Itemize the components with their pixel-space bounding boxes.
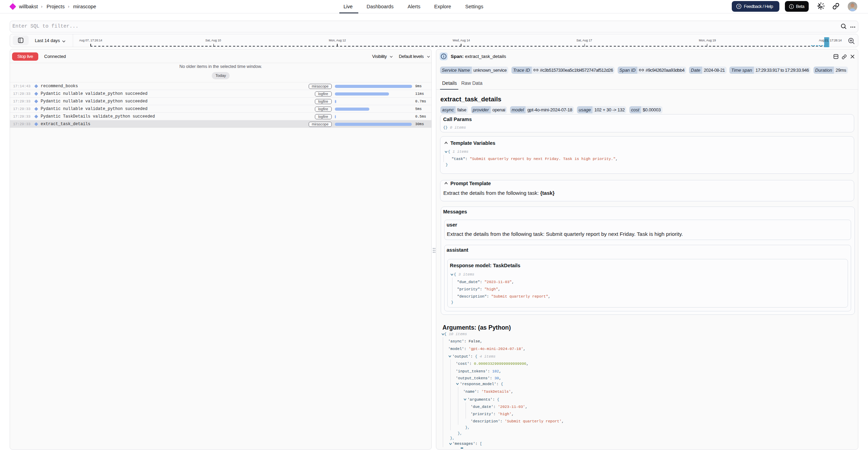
svg-text:?: ? [738, 5, 740, 8]
